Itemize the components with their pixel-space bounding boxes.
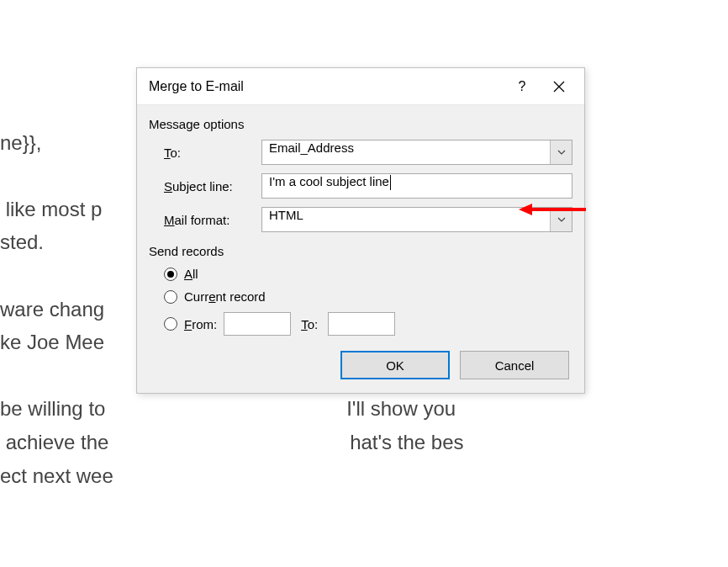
radio-all[interactable] <box>164 268 177 281</box>
subject-input-value: I'm a cool subject line <box>262 174 572 198</box>
radio-all-label: All <box>184 267 198 281</box>
chevron-down-icon <box>557 217 566 222</box>
help-icon: ? <box>519 79 526 94</box>
subject-input[interactable]: I'm a cool subject line <box>261 173 572 199</box>
dialog-titlebar: Merge to E-mail ? <box>137 68 584 105</box>
radio-current-row[interactable]: Current record <box>149 289 572 304</box>
chevron-down-icon <box>557 150 566 155</box>
radio-current-label: Current record <box>184 289 266 304</box>
mail-format-label: Mail format: <box>164 213 261 227</box>
from-input[interactable] <box>224 312 291 336</box>
dialog-title: Merge to E-mail <box>149 79 504 94</box>
radio-from-row[interactable]: From: To: <box>149 312 572 336</box>
help-button[interactable]: ? <box>504 68 541 105</box>
range-to-label: To: <box>301 317 318 331</box>
close-button[interactable] <box>541 68 578 105</box>
send-records-group-label: Send records <box>149 244 572 258</box>
merge-to-email-dialog: Merge to E-mail ? Message options To: Em… <box>136 67 585 394</box>
dialog-button-row: OK Cancel <box>149 351 572 379</box>
message-options-group-label: Message options <box>149 117 572 131</box>
to-combo-arrow[interactable] <box>550 140 572 164</box>
text-cursor <box>390 175 391 190</box>
radio-all-row[interactable]: All <box>149 267 572 281</box>
range-inputs: To: <box>224 312 395 336</box>
mail-format-row: Mail format: HTML <box>149 207 572 232</box>
cancel-button[interactable]: Cancel <box>460 351 569 379</box>
radio-from-label: From: <box>184 317 217 331</box>
to-combo[interactable]: Email_Address <box>261 140 572 165</box>
mail-format-combo-value: HTML <box>262 208 550 231</box>
subject-row: Subject line: I'm a cool subject line <box>149 173 572 199</box>
subject-label: Subject line: <box>164 179 261 193</box>
to-input[interactable] <box>328 312 395 336</box>
to-row: To: Email_Address <box>149 140 572 165</box>
to-label: To: <box>164 146 261 160</box>
mail-format-combo-arrow[interactable] <box>550 208 572 231</box>
mail-format-combo[interactable]: HTML <box>261 207 572 232</box>
dialog-body: Message options To: Email_Address Subjec… <box>137 105 584 393</box>
to-combo-value: Email_Address <box>262 140 550 164</box>
radio-from[interactable] <box>164 317 177 331</box>
close-icon <box>553 81 565 93</box>
radio-current[interactable] <box>164 290 177 304</box>
ok-button[interactable]: OK <box>340 351 450 379</box>
